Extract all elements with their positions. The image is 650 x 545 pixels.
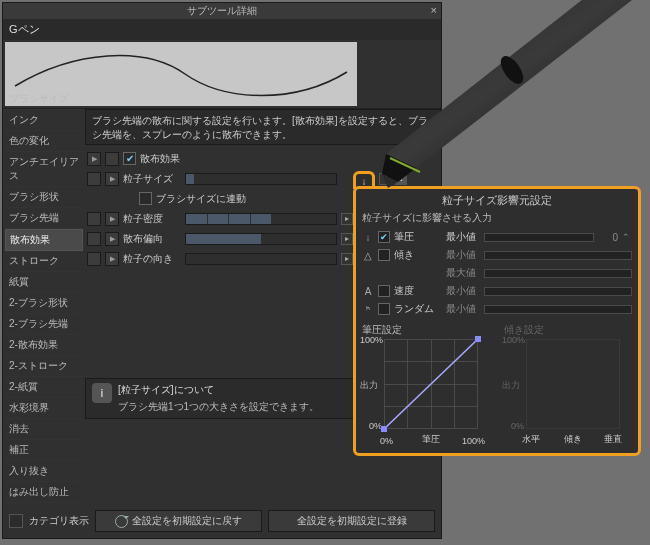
- influence-param: 最小値: [446, 248, 480, 262]
- influence-checkbox[interactable]: [378, 285, 390, 297]
- reset-label: 全設定を初期設定に戻す: [132, 514, 242, 528]
- sidebar-item[interactable]: 補正: [5, 440, 83, 461]
- sidebar-item[interactable]: ストローク: [5, 251, 83, 272]
- sidebar-item[interactable]: ブラシ形状: [5, 187, 83, 208]
- influence-label: 速度: [394, 284, 442, 298]
- category-view-checkbox[interactable]: [9, 514, 23, 528]
- category-sidebar: ブラシサイズインク色の変化アンチエイリアスブラシ形状ブラシ先端散布効果ストローク…: [5, 89, 83, 503]
- influence-label: 筆圧: [394, 230, 442, 244]
- sidebar-item[interactable]: はみ出し防止: [5, 482, 83, 503]
- influence-checkbox[interactable]: [378, 231, 390, 243]
- eye-toggle[interactable]: [105, 152, 119, 166]
- sidebar-item[interactable]: 色の変化: [5, 131, 83, 152]
- callout-title: 粒子サイズ影響元設定: [362, 193, 632, 208]
- sidebar-item[interactable]: ブラシサイズ: [5, 89, 83, 110]
- sidebar-item[interactable]: 2-紙質: [5, 377, 83, 398]
- influence-label: ランダム: [394, 302, 442, 316]
- svg-point-5: [496, 52, 527, 87]
- particle-size-slider[interactable]: [185, 173, 337, 185]
- eye-toggle[interactable]: [105, 232, 119, 246]
- influence-row: ↓筆圧最小値0⌃: [362, 229, 632, 245]
- xtick: 100%: [462, 436, 485, 446]
- category-description: ブラシ先端の散布に関する設定を行います。[散布効果]を設定すると、ブラシ先端を、…: [85, 109, 441, 145]
- influence-slider: [484, 287, 632, 296]
- influence-param: 最大値: [446, 266, 480, 280]
- close-icon[interactable]: ×: [431, 4, 437, 16]
- info-body: ブラシ先端1つ1つの大きさを設定できます。: [118, 400, 319, 414]
- xtick: 垂直: [604, 433, 622, 446]
- graph-ylabel: 出力: [360, 379, 378, 392]
- influence-row: 最大値: [362, 265, 632, 281]
- influence-param: 最小値: [446, 302, 480, 316]
- influence-slider[interactable]: [484, 233, 594, 242]
- eye-toggle[interactable]: [105, 252, 119, 266]
- graph-grid: [384, 339, 478, 429]
- sidebar-item[interactable]: インク: [5, 110, 83, 131]
- tool-name: Gペン: [3, 19, 441, 40]
- sidebar-item[interactable]: 紙質: [5, 272, 83, 293]
- expand-icon[interactable]: [87, 232, 101, 246]
- expand-icon[interactable]: [87, 172, 101, 186]
- bias-stepper[interactable]: ▸: [341, 233, 353, 245]
- sidebar-item[interactable]: 散布効果: [5, 229, 83, 251]
- reload-icon: [115, 515, 128, 528]
- value-stepper[interactable]: ⌃: [379, 173, 391, 185]
- orient-stepper[interactable]: ▸: [341, 253, 353, 265]
- influence-param: 最小値: [446, 284, 480, 298]
- density-slider[interactable]: [185, 213, 337, 225]
- window-title: サブツール詳細: [3, 4, 441, 18]
- influence-row: ʰランダム最小値: [362, 301, 632, 317]
- sidebar-item[interactable]: 2-ストローク: [5, 356, 83, 377]
- scatter-label: 散布効果: [140, 152, 180, 166]
- reset-defaults-button[interactable]: 全設定を初期設定に戻す: [95, 510, 262, 532]
- sidebar-item[interactable]: 入り抜き: [5, 461, 83, 482]
- expand-icon[interactable]: [87, 212, 101, 226]
- eye-toggle[interactable]: [105, 172, 119, 186]
- influence-button[interactable]: ↓: [395, 173, 407, 185]
- influence-callout: 粒子サイズ影響元設定 粒子サイズに影響させる入力 ↓筆圧最小値0⌃△傾き最小値最…: [353, 186, 641, 456]
- sidebar-item[interactable]: 消去: [5, 419, 83, 440]
- sidebar-item[interactable]: 2-散布効果: [5, 335, 83, 356]
- influence-slider: [484, 269, 632, 278]
- bias-label: 散布偏向: [123, 232, 181, 246]
- influence-slider: [484, 305, 632, 314]
- bottom-bar: カテゴリ表示 全設定を初期設定に戻す 全設定を初期設定に登録: [9, 510, 435, 532]
- sidebar-item[interactable]: ブラシ先端: [5, 208, 83, 229]
- curve-point[interactable]: [381, 426, 387, 432]
- influence-icon: △: [362, 250, 374, 261]
- category-view-label: カテゴリ表示: [29, 514, 89, 528]
- sidebar-item[interactable]: アンチエイリアス: [5, 152, 83, 187]
- sidebar-item[interactable]: 2-ブラシ先端: [5, 314, 83, 335]
- ytick: 0%: [360, 421, 382, 431]
- info-title: [粒子サイズ]について: [118, 383, 319, 397]
- titlebar[interactable]: サブツール詳細 ×: [3, 3, 441, 19]
- xtick: 傾き: [564, 433, 582, 446]
- sidebar-item[interactable]: 水彩境界: [5, 398, 83, 419]
- xtick: 0%: [380, 436, 393, 446]
- density-stepper[interactable]: ▸: [341, 213, 353, 225]
- link-brush-checkbox[interactable]: [139, 192, 152, 205]
- ytick: 100%: [502, 335, 524, 345]
- link-brush-label: ブラシサイズに連動: [156, 192, 246, 206]
- influence-param: 最小値: [446, 230, 480, 244]
- pressure-graph: 筆圧設定 100% 0% 出力 0% 筆圧 100%: [362, 323, 496, 434]
- value-stepper[interactable]: ⌃: [622, 232, 632, 242]
- bias-slider[interactable]: [185, 233, 337, 245]
- density-label: 粒子密度: [123, 212, 181, 226]
- curve-point[interactable]: [475, 336, 481, 342]
- influence-checkbox[interactable]: [378, 249, 390, 261]
- save-label: 全設定を初期設定に登録: [297, 514, 407, 528]
- scatter-checkbox[interactable]: [123, 152, 136, 165]
- influence-icon: ʰ: [362, 304, 374, 315]
- expand-icon[interactable]: [87, 152, 101, 166]
- influence-row: A速度最小値: [362, 283, 632, 299]
- callout-subtitle: 粒子サイズに影響させる入力: [362, 211, 632, 225]
- xtick: 水平: [522, 433, 540, 446]
- orient-slider[interactable]: [185, 253, 337, 265]
- sidebar-item[interactable]: 2-ブラシ形状: [5, 293, 83, 314]
- influence-checkbox[interactable]: [378, 303, 390, 315]
- influence-slider: [484, 251, 632, 260]
- save-defaults-button[interactable]: 全設定を初期設定に登録: [268, 510, 435, 532]
- expand-icon[interactable]: [87, 252, 101, 266]
- eye-toggle[interactable]: [105, 212, 119, 226]
